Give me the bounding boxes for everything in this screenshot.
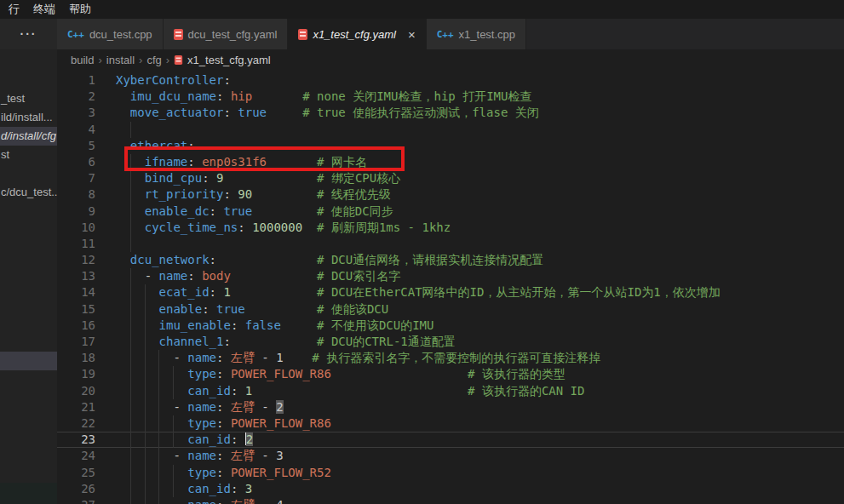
code-line[interactable]: 18 - name: 左臂 - 1 # 执行器索引名字，不需要控制的执行器可直接… [57, 350, 844, 366]
tab-x1-test-cpp[interactable]: C++ x1_test.cpp [427, 19, 526, 49]
code-token: name [187, 351, 216, 364]
code-line[interactable]: 10 cycle_time_ns: 1000000 # 刷新周期1ms - 1k… [57, 220, 844, 236]
close-icon[interactable]: × [408, 28, 416, 41]
code-line[interactable]: 27 - name: 左臂 - 4 [57, 497, 844, 504]
code-line[interactable]: 2 imu_dcu_name: hip # none 关闭IMU检查，hip 打… [57, 89, 844, 105]
code-line[interactable]: 14 ecat_id: 1 # DCU在EtherCAT网络中的ID，从主站开始… [57, 284, 844, 301]
line-number[interactable]: 5 [57, 138, 95, 154]
line-content: rt_priority: 90 # 线程优先级 [95, 186, 844, 203]
sidebar-item[interactable]: st [0, 146, 57, 164]
line-number[interactable]: 26 [57, 481, 95, 497]
line-number[interactable]: 4 [57, 122, 95, 138]
line-number[interactable]: 27 [57, 497, 95, 504]
breadcrumb-item[interactable]: install [106, 54, 135, 66]
indent-guide [130, 399, 131, 415]
line-number[interactable]: 14 [57, 284, 95, 301]
line-number[interactable]: 1 [57, 72, 95, 89]
code-line[interactable]: 21 - name: 左臂 - 2 [57, 399, 844, 415]
line-number[interactable]: 23 [57, 432, 95, 448]
code-line[interactable]: 15 enable: true # 使能该DCU [57, 301, 844, 318]
chevron-right-icon: › [98, 54, 101, 66]
line-content: type: POWER_FLOW_R52 [95, 465, 844, 481]
breadcrumb-item[interactable]: build [71, 54, 94, 66]
indent-guide [158, 432, 159, 448]
code-line[interactable]: 6 ifname: enp0s31f6 # 网卡名 [57, 154, 844, 170]
tab-x1-test-cfg-yaml[interactable]: x1_test_cfg.yaml × [288, 19, 426, 49]
code-line[interactable]: 20 can_id: 1 # 该执行器的CAN ID [57, 383, 844, 399]
line-number[interactable]: 8 [57, 186, 95, 203]
line-number[interactable]: 15 [57, 301, 95, 318]
code-line[interactable]: 13 - name: body # DCU索引名字 [57, 268, 844, 284]
line-content: - name: body # DCU索引名字 [95, 268, 844, 284]
code-line[interactable]: 11 [57, 236, 844, 252]
line-number[interactable]: 17 [57, 334, 95, 350]
line-number[interactable]: 24 [57, 448, 95, 464]
menu-item-help[interactable]: 帮助 [62, 2, 98, 17]
line-number[interactable]: 10 [57, 220, 95, 236]
code-line[interactable]: 3 move_actuator: true # true 使能执行器运动测试，f… [57, 105, 844, 121]
code-line[interactable]: 25 type: POWER_FLOW_R52 [57, 465, 844, 481]
line-number[interactable]: 21 [57, 399, 95, 415]
code-token: cycle_time_ns [145, 220, 238, 234]
code-line[interactable]: 12 dcu_network: # DCU通信网络，请根据实机连接情况配置 [57, 252, 844, 268]
code-token: rt_priority [145, 187, 224, 201]
line-number[interactable]: 6 [57, 154, 95, 170]
tab-dcu-test-cpp[interactable]: C++ dcu_test.cpp [57, 19, 164, 49]
line-number[interactable]: 13 [57, 268, 95, 284]
code-line-current[interactable]: 23 can_id: 2 [57, 432, 844, 448]
tab-dcu-test-cfg-yaml[interactable]: dcu_test_cfg.yaml [164, 19, 289, 49]
line-number[interactable]: 11 [57, 236, 95, 252]
code-line[interactable]: 16 imu_enable: false # 不使用该DCU的IMU [57, 318, 844, 334]
line-number[interactable]: 16 [57, 318, 95, 334]
code-token: 90 [238, 187, 252, 201]
code-token: - [116, 498, 187, 504]
line-number[interactable]: 22 [57, 415, 95, 432]
more-actions-icon[interactable]: ··· [0, 19, 57, 49]
code-line[interactable]: 26 can_id: 3 [57, 481, 844, 497]
line-number[interactable]: 7 [57, 170, 95, 186]
sidebar-item[interactable]: _test [0, 89, 57, 108]
code-token: 2 [246, 432, 253, 446]
code-area[interactable]: 1XyberController:2 imu_dcu_name: hip # n… [57, 70, 844, 504]
sidebar-item[interactable]: c/dcu_test... [0, 183, 57, 202]
sidebar-list: _test ild/install... d/install/cfg st c/… [0, 89, 57, 202]
code-line[interactable]: 24 - name: 左臂 - 3 [57, 448, 844, 464]
sidebar-highlight-bar[interactable] [0, 352, 57, 370]
line-content: type: POWER_FLOW_R86 [95, 415, 844, 432]
line-number[interactable]: 12 [57, 252, 95, 268]
line-number[interactable]: 9 [57, 203, 95, 220]
code-line[interactable]: 5 ethercat: [57, 138, 844, 154]
line-number[interactable]: 25 [57, 465, 95, 481]
indent-guide [130, 448, 131, 464]
sidebar-item[interactable]: ild/install... [0, 108, 57, 127]
code-token: - [116, 449, 187, 462]
line-number[interactable]: 20 [57, 383, 95, 399]
indent-guide [145, 334, 146, 350]
indent-guide [145, 318, 146, 334]
code-token [231, 285, 317, 299]
line-number[interactable]: 18 [57, 350, 95, 366]
code-line[interactable]: 22 type: POWER_FLOW_R86 [57, 415, 844, 432]
line-number[interactable]: 2 [57, 89, 95, 105]
breadcrumb-file[interactable]: x1_test_cfg.yaml [187, 54, 271, 66]
code-line[interactable]: 19 type: POWER_FLOW_R86 # 该执行器的类型 [57, 366, 844, 382]
code-line[interactable]: 7 bind_cpu: 9 # 绑定CPU核心 [57, 170, 844, 186]
line-number[interactable]: 3 [57, 105, 95, 121]
code-token: # 使能DC同步 [317, 204, 393, 218]
indent-guide [158, 481, 159, 497]
code-line[interactable]: 8 rt_priority: 90 # 线程优先级 [57, 186, 844, 203]
code-line[interactable]: 1XyberController: [57, 72, 844, 89]
indent-guide [158, 399, 159, 415]
tab-bar-empty-space [526, 19, 844, 49]
code-line[interactable]: 17 channel_1: # DCU的CTRL-1通道配置 [57, 334, 844, 350]
menu-item-terminal[interactable]: 终端 [26, 2, 62, 17]
code-token: true [223, 204, 252, 218]
menu-item-run[interactable]: 行 [2, 2, 26, 17]
breadcrumb-item[interactable]: cfg [146, 54, 161, 66]
line-number[interactable]: 19 [57, 366, 95, 382]
indent-guide [130, 481, 131, 497]
code-token [245, 302, 317, 316]
code-line[interactable]: 9 enable_dc: true # 使能DC同步 [57, 203, 844, 220]
code-line[interactable]: 4 [57, 122, 844, 138]
sidebar-item-selected[interactable]: d/install/cfg [0, 127, 57, 146]
